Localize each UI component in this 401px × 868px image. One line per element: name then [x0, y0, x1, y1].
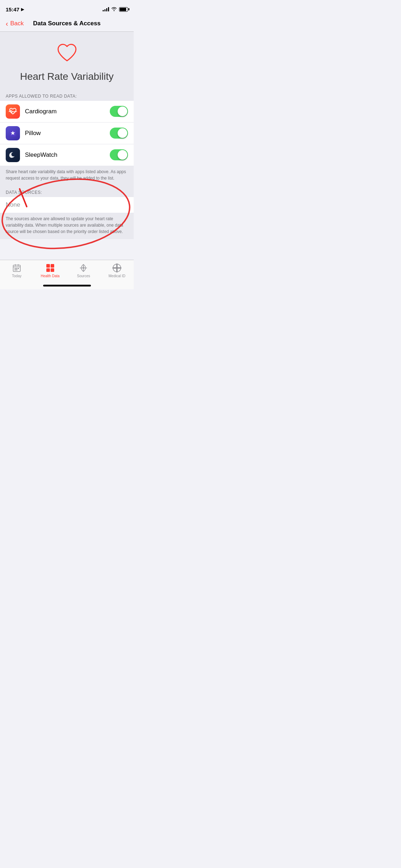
today-tab-label: Today — [12, 274, 22, 278]
back-chevron-icon: ‹ — [6, 20, 8, 27]
data-sources-list: None — [0, 197, 134, 213]
app-row-sleepwatch: SleepWatch — [0, 144, 134, 166]
hero-title: Heart Rate Variability — [20, 71, 113, 82]
data-sources-section: DATA SOURCES: None The sources above are… — [0, 186, 134, 239]
cardiogram-app-name: Cardiogram — [25, 108, 110, 115]
svg-rect-10 — [16, 269, 17, 270]
svg-rect-13 — [46, 268, 50, 272]
cardiogram-app-icon — [6, 104, 20, 119]
back-label: Back — [10, 20, 24, 27]
svg-rect-8 — [18, 268, 19, 269]
health-data-tab-icon — [45, 263, 55, 273]
tab-medical-id[interactable]: Medical ID — [100, 263, 134, 278]
app-list: Cardiogram Pillow SleepWatch — [0, 101, 134, 166]
pillow-app-name: Pillow — [25, 130, 110, 137]
pillow-app-icon — [6, 126, 20, 140]
medical-id-tab-label: Medical ID — [109, 274, 125, 278]
signal-icon — [103, 7, 109, 11]
sources-tab-icon — [78, 263, 88, 273]
back-button[interactable]: ‹ Back — [6, 20, 24, 27]
sleepwatch-app-name: SleepWatch — [25, 151, 110, 159]
data-sources-header: DATA SOURCES: — [0, 186, 134, 197]
svg-rect-6 — [15, 268, 16, 269]
app-row-pillow: Pillow — [0, 123, 134, 144]
time-display: 15:47 — [6, 6, 19, 12]
nav-bar: ‹ Back Data Sources & Access — [0, 16, 134, 31]
sleepwatch-app-icon — [6, 148, 20, 162]
battery-icon — [119, 7, 128, 12]
svg-rect-9 — [15, 269, 16, 270]
sleepwatch-toggle[interactable] — [110, 149, 128, 160]
tab-sources[interactable]: Sources — [67, 263, 101, 278]
health-data-tab-label: Health Data — [41, 274, 60, 278]
svg-rect-14 — [51, 268, 54, 272]
status-bar: 15:47 ▶ — [0, 0, 134, 16]
wifi-icon — [111, 7, 117, 12]
apps-section-header: APPS ALLOWED TO READ DATA: — [0, 89, 134, 101]
pillow-toggle[interactable] — [110, 128, 128, 139]
tab-health-data[interactable]: Health Data — [34, 263, 67, 278]
svg-rect-11 — [46, 264, 50, 268]
svg-rect-7 — [16, 268, 17, 269]
app-row-cardiogram: Cardiogram — [0, 101, 134, 123]
heart-icon-container — [55, 40, 79, 65]
location-icon: ▶ — [21, 7, 24, 12]
status-icons — [103, 7, 128, 12]
status-time: 15:47 ▶ — [6, 6, 24, 12]
cardiogram-toggle[interactable] — [110, 106, 128, 117]
svg-rect-12 — [51, 264, 54, 268]
tab-today[interactable]: Today — [0, 263, 34, 278]
hero-section: Heart Rate Variability — [0, 32, 134, 89]
data-sources-footer-text: The sources above are allowed to update … — [0, 213, 134, 239]
medical-id-tab-icon — [112, 263, 122, 273]
home-indicator — [43, 285, 91, 286]
heart-icon — [56, 42, 78, 63]
today-tab-icon — [12, 263, 22, 273]
apps-footer-text: Share heart rate variability data with a… — [0, 166, 134, 186]
sources-tab-label: Sources — [77, 274, 90, 278]
no-sources-row: None — [0, 197, 134, 213]
